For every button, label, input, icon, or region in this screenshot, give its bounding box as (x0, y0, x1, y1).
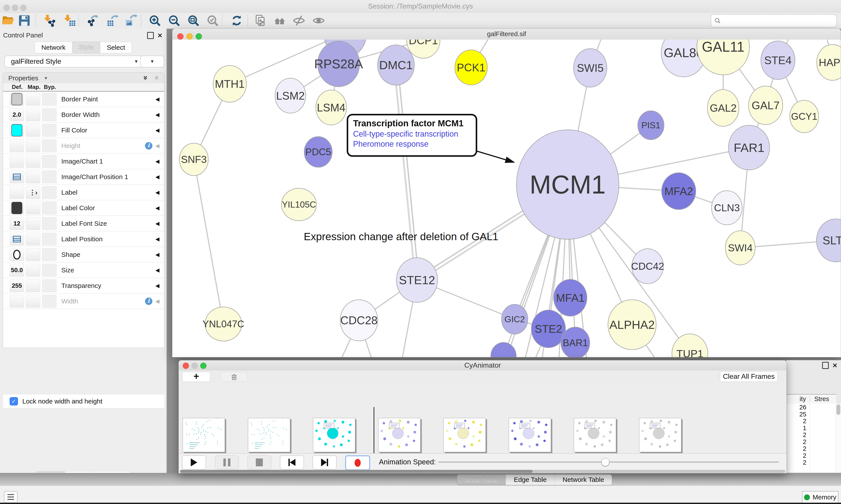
minimize-window-icon[interactable] (12, 5, 18, 11)
network-graph[interactable]: RPS28ADMC1DCP1PCK1MTH1LSM2LSM4SNF3PDC5YI… (172, 40, 841, 357)
node-STE4[interactable]: STE4 (761, 41, 795, 79)
expand-row-icon[interactable]: ◀ (156, 252, 159, 258)
node-PIS1[interactable]: PIS1 (638, 111, 664, 140)
property-row-image-chart-1[interactable]: Image/Chart 1◀ (3, 154, 164, 169)
node-MTH1[interactable]: MTH1 (213, 66, 246, 102)
expand-row-icon[interactable]: ◀ (156, 96, 159, 102)
bypass-cell[interactable] (42, 108, 56, 121)
node-MFA1[interactable]: MFA1 (554, 280, 587, 316)
network-window-titlebar[interactable]: galFiltered.sif (172, 29, 841, 40)
float-panel-icon[interactable] (147, 32, 154, 39)
annotation-link[interactable]: Pheromone response (353, 139, 476, 149)
bypass-cell[interactable] (42, 233, 56, 246)
expand-row-icon[interactable]: ◀ (156, 283, 159, 289)
bypass-cell[interactable] (42, 264, 56, 276)
default-value-cell[interactable] (10, 140, 24, 152)
bypass-cell[interactable] (42, 217, 56, 230)
node-SNF3[interactable]: SNF3 (179, 143, 208, 176)
node-HAP2[interactable]: HAP2 (817, 44, 841, 80)
pause-button[interactable] (215, 455, 239, 469)
table-row[interactable]: 1 (786, 425, 836, 432)
zoom-in-button[interactable] (148, 14, 161, 27)
node-LSM2[interactable]: LSM2 (275, 78, 306, 113)
mapping-cell[interactable] (26, 155, 40, 168)
node-unlabeled[interactable] (491, 342, 516, 357)
table-row[interactable]: 2 (786, 431, 836, 438)
default-value-cell[interactable] (10, 155, 24, 168)
tab-select[interactable]: Select (100, 42, 132, 53)
mapping-cell[interactable] (26, 93, 40, 106)
mapping-cell[interactable] (26, 280, 40, 292)
show-graphics-icon[interactable] (312, 14, 325, 27)
property-row-image-chart-position-1[interactable]: Image/Chart Position 1◀ (3, 169, 164, 185)
bypass-cell[interactable] (42, 186, 56, 199)
column-stress[interactable]: Stres (814, 395, 829, 403)
node-STE12[interactable]: STE12 (396, 258, 437, 302)
property-row-height[interactable]: Heighti◀ (3, 138, 164, 154)
memory-button[interactable]: Memory (802, 491, 838, 503)
expand-row-icon[interactable]: ◀ (156, 127, 159, 133)
lock-size-checkbox[interactable]: ✓ (10, 397, 18, 406)
node-GAL11[interactable]: GAL11 (697, 40, 749, 75)
minimize-window-icon[interactable] (192, 363, 198, 369)
zoom-selected-button[interactable] (206, 14, 219, 27)
tab-node-table[interactable]: Node Table (457, 474, 506, 485)
frame-thumbnail-5[interactable] (509, 418, 551, 452)
info-icon[interactable]: i (145, 298, 153, 305)
export-image-button[interactable] (125, 14, 138, 27)
clear-all-frames-button[interactable]: Clear All Frames (720, 371, 778, 382)
expand-row-icon[interactable]: ◀ (156, 174, 159, 180)
scrollbar-thumb[interactable] (180, 470, 533, 473)
node-CLN3[interactable]: CLN3 (712, 191, 742, 225)
expand-row-icon[interactable]: ◀ (156, 267, 159, 273)
column-divider[interactable] (810, 396, 810, 402)
animation-speed-slider[interactable] (438, 462, 779, 463)
property-row-label-font-size[interactable]: 12Label Font Size◀ (3, 216, 164, 231)
node-PDC5[interactable]: PDC5 (304, 137, 332, 167)
default-value-cell[interactable] (10, 124, 24, 137)
node-CDC42[interactable]: CDC42 (631, 249, 664, 284)
results-scrollbar[interactable] (836, 404, 841, 472)
default-value-cell[interactable]: 2.0 (10, 108, 24, 121)
node-PCK1[interactable]: PCK1 (455, 50, 487, 85)
properties-header[interactable]: Properties ▾ » » (3, 73, 164, 84)
property-row-width[interactable]: Widthi◀ (3, 293, 164, 309)
table-row[interactable]: 2 (786, 417, 836, 425)
zoom-out-button[interactable] (168, 14, 180, 27)
property-row-shape[interactable]: Shape◀ (3, 247, 164, 263)
expand-all-icon[interactable]: » (142, 76, 150, 80)
search-input[interactable] (711, 14, 837, 28)
import-network-button[interactable] (43, 14, 56, 27)
property-row-fill-color[interactable]: Fill Color◀ (3, 123, 164, 138)
default-value-cell[interactable] (10, 233, 24, 246)
default-value-cell[interactable]: 255 (10, 280, 24, 292)
node-SWI4[interactable]: SWI4 (726, 231, 755, 265)
export-table-button[interactable] (106, 14, 119, 27)
mapping-cell[interactable] (26, 124, 40, 137)
frame-thumbnail-2[interactable] (313, 418, 355, 452)
property-row-label-position[interactable]: Label Position◀ (3, 231, 164, 247)
bypass-cell[interactable] (42, 280, 56, 292)
node-MFA2[interactable]: MFA2 (662, 173, 696, 210)
mapping-cell[interactable] (26, 217, 40, 230)
home-icon[interactable] (273, 14, 286, 27)
default-value-cell[interactable] (10, 248, 24, 261)
bypass-cell[interactable] (42, 202, 56, 214)
property-row-label[interactable]: ⋮›Label◀ (3, 185, 164, 200)
play-button[interactable] (182, 455, 206, 469)
close-panel-icon[interactable]: ✕ (833, 362, 838, 369)
expand-row-icon[interactable]: ◀ (156, 143, 159, 149)
default-value-cell[interactable] (10, 295, 24, 308)
delete-frame-button[interactable] (221, 372, 248, 382)
table-row[interactable]: 2 (786, 452, 836, 459)
node-GIC2[interactable]: GIC2 (502, 304, 528, 334)
expand-row-icon[interactable]: ◀ (156, 112, 159, 118)
default-value-cell[interactable]: 12 (10, 217, 24, 230)
mapping-cell[interactable] (26, 202, 40, 214)
column-centrality[interactable]: ity (800, 395, 806, 403)
frame-thumbnail-1[interactable] (248, 418, 290, 452)
node-SWI5[interactable]: SWI5 (574, 49, 607, 87)
timeline-scrollbar[interactable] (180, 470, 785, 473)
frame-thumbnail-6[interactable] (574, 418, 616, 452)
expand-row-icon[interactable]: ◀ (156, 236, 159, 242)
